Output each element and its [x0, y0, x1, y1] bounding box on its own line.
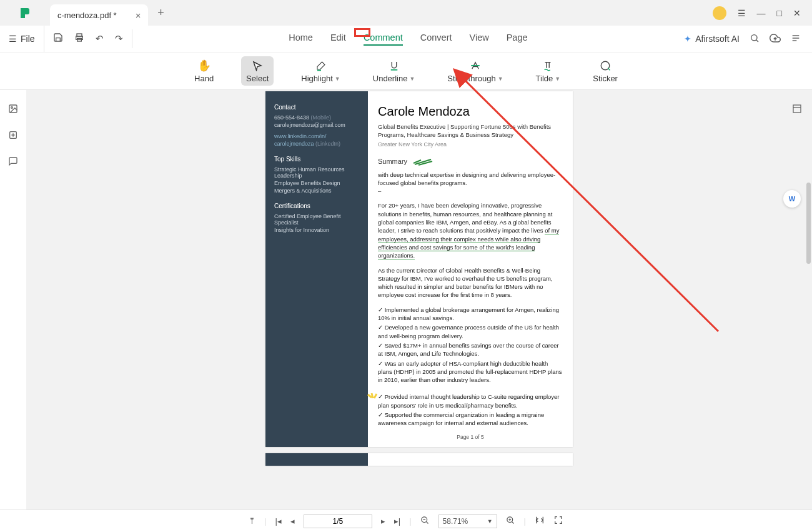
last-page-icon[interactable]: ▸| — [394, 516, 400, 526]
tool-strikethrough[interactable]: Strikethrough▼ — [442, 56, 508, 86]
tab-page[interactable]: Page — [507, 33, 528, 46]
export-word-button[interactable]: W — [783, 190, 801, 208]
chevron-down-icon[interactable]: ▼ — [335, 76, 340, 82]
close-tab-icon[interactable]: × — [136, 10, 141, 21]
sticker-icon — [600, 59, 611, 73]
new-tab-button[interactable]: + — [148, 6, 173, 19]
tool-tilde[interactable]: Tilde▼ — [531, 56, 566, 86]
fit-width-icon[interactable] — [535, 515, 545, 527]
tab-home[interactable]: Home — [289, 33, 313, 46]
next-page-icon[interactable]: ▸ — [381, 516, 385, 526]
tab-comment[interactable]: Comment — [364, 33, 403, 46]
svg-point-3 — [751, 34, 757, 40]
summary-heading: Summary — [378, 157, 563, 166]
undo-icon[interactable]: ↶ — [96, 33, 104, 44]
redo-icon[interactable]: ↷ — [115, 33, 123, 44]
cloud-icon[interactable] — [770, 33, 781, 46]
panel-icon[interactable] — [791, 33, 801, 45]
menu-bar: ☰ File ↶ ↷ Home Edit Comment Convert Vie… — [0, 26, 812, 53]
highlight-icon — [315, 59, 327, 73]
bullet: ✓ Developed a new governance process out… — [378, 323, 563, 340]
tool-highlight[interactable]: Highlight▼ — [296, 56, 345, 86]
zoom-out-icon[interactable] — [420, 516, 430, 527]
svg-line-4 — [756, 39, 758, 41]
title-bar: c-mendoza.pdf * × + ☰ — □ ✕ — [0, 0, 812, 26]
resume-name: Carole Mendoza — [378, 103, 563, 120]
page-input[interactable] — [304, 514, 372, 528]
cursor-icon — [252, 59, 263, 73]
chevron-down-icon: ▼ — [487, 518, 493, 524]
file-menu[interactable]: ☰ File — [0, 26, 44, 52]
save-icon[interactable] — [53, 33, 63, 44]
resume-location: Greater New York City Area — [378, 141, 563, 149]
chevron-down-icon[interactable]: ▼ — [498, 76, 503, 82]
linkedin-url: www.linkedin.com/in/ — [274, 133, 359, 139]
add-page-icon[interactable] — [8, 130, 18, 143]
hand-icon: ✋ — [197, 59, 211, 73]
first-page-icon[interactable]: |◂ — [275, 516, 281, 526]
main-area: Contact 650-554-8438 (Mobile) carolejmen… — [0, 90, 812, 509]
underline-icon — [389, 59, 400, 73]
tab-convert[interactable]: Convert — [420, 33, 452, 46]
sticker-annotation — [367, 393, 380, 406]
skill-item: Mergers & Acquisitions — [274, 188, 359, 194]
svg-line-24 — [426, 521, 428, 523]
maximize-icon[interactable]: □ — [777, 8, 782, 18]
prev-page-icon[interactable]: ◂ — [290, 516, 295, 526]
pdf-page: Contact 650-554-8438 (Mobile) carolejmen… — [265, 91, 573, 447]
panel-toggle-icon[interactable] — [792, 104, 802, 116]
ai-button[interactable]: ✦ Afirstsoft AI — [684, 34, 740, 44]
search-icon[interactable] — [750, 33, 760, 45]
bottom-bar: ⤒ | |◂ ◂ ▸ ▸| | 58.71%▼ | — [0, 509, 812, 532]
thumbnails-icon[interactable] — [8, 104, 18, 116]
skills-heading: Top Skills — [274, 156, 359, 163]
minimize-icon[interactable]: — — [757, 8, 766, 18]
skill-item: Strategic Human Resources Leadership — [274, 166, 359, 179]
chevron-down-icon[interactable]: ▼ — [409, 76, 415, 82]
resume-subtitle: Global Benefits Executive | Supporting F… — [378, 123, 563, 139]
chevron-down-icon[interactable]: ▼ — [555, 76, 560, 82]
tool-hand[interactable]: ✋ Hand — [189, 56, 219, 86]
svg-point-17 — [11, 107, 13, 109]
comments-icon[interactable] — [8, 156, 18, 169]
print-icon[interactable] — [74, 33, 84, 44]
bullet: ✓ Saved $17M+ in annual benefits savings… — [378, 341, 563, 358]
bullet: ✓ Implemented a global brokerage arrange… — [378, 306, 563, 323]
phone-line: 650-554-8438 (Mobile) — [274, 114, 359, 121]
tab-edit[interactable]: Edit — [330, 33, 346, 46]
tool-select[interactable]: Select — [241, 56, 274, 86]
hamburger-icon[interactable]: ☰ — [738, 8, 746, 18]
ai-label: Afirstsoft AI — [695, 34, 740, 44]
cert-item: Certified Employee Benefit Specialist — [274, 213, 359, 226]
tool-underline[interactable]: Underline▼ — [368, 56, 420, 86]
comment-toolbar: ✋ Hand Select Highlight▼ Underline▼ Stri… — [0, 53, 812, 90]
main-tabs: Home Edit Comment Convert View Page — [289, 33, 527, 46]
bullet: ✓ Was an early adopter of HSA-compliant … — [378, 359, 563, 384]
scroll-top-icon[interactable]: ⤒ — [249, 516, 255, 526]
document-tab[interactable]: c-mendoza.pdf * × — [50, 4, 148, 26]
tab-title: c-mendoza.pdf * — [57, 11, 117, 20]
fullscreen-icon[interactable] — [553, 515, 563, 527]
contact-heading: Contact — [274, 104, 359, 111]
vertical-scrollbar[interactable] — [806, 183, 811, 264]
quick-actions: ↶ ↷ — [44, 29, 132, 48]
page-canvas[interactable]: Contact 650-554-8438 (Mobile) carolejmen… — [26, 90, 812, 509]
user-avatar[interactable] — [713, 6, 726, 20]
app-logo — [0, 7, 50, 19]
tab-view[interactable]: View — [470, 33, 489, 46]
certs-heading: Certifications — [274, 203, 359, 209]
strikethrough-icon — [470, 59, 481, 73]
left-strip — [0, 90, 26, 509]
zoom-in-icon[interactable] — [506, 516, 515, 527]
close-window-icon[interactable]: ✕ — [793, 8, 801, 18]
resume-sidebar: Contact 650-554-8438 (Mobile) carolejmen… — [265, 91, 368, 447]
right-menu: ✦ Afirstsoft AI — [684, 33, 812, 46]
summary-p1: with deep technical expertise in designi… — [378, 171, 563, 196]
bullet: ✓ Provided internal thought leadership t… — [378, 393, 563, 409]
bullet: ✓ Supported the commercial organization … — [378, 411, 563, 428]
zoom-select[interactable]: 58.71%▼ — [438, 514, 497, 528]
tool-sticker[interactable]: Sticker — [588, 56, 623, 86]
email-line: carolejmendoza@gmail.com — [274, 122, 359, 128]
window-controls: ☰ — □ ✕ — [713, 6, 812, 20]
menu-icon: ☰ — [9, 34, 17, 44]
